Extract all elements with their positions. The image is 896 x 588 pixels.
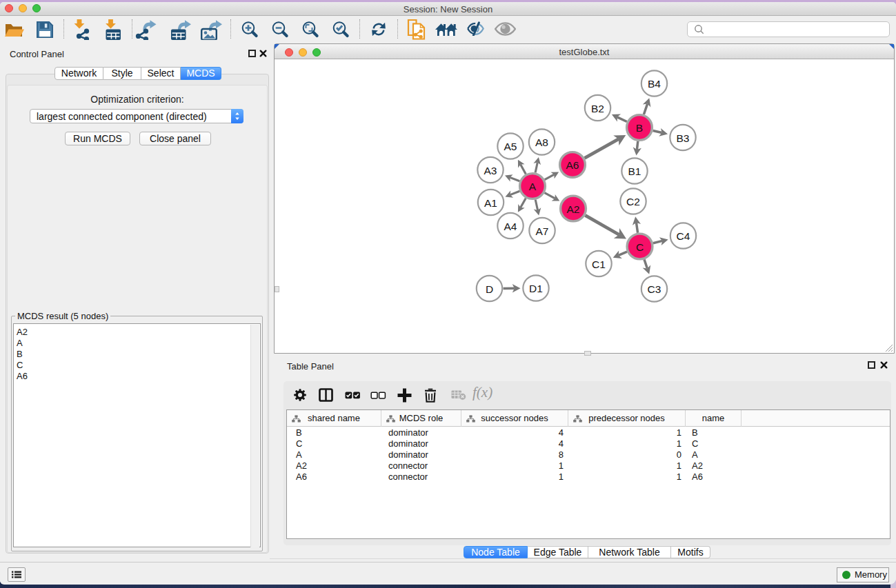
svg-text:A8: A8: [535, 136, 548, 148]
svg-text:C3: C3: [648, 283, 661, 295]
svg-text:C4: C4: [677, 230, 690, 242]
svg-text:A2: A2: [567, 203, 580, 215]
svg-text:A: A: [529, 181, 537, 192]
svg-text:C: C: [636, 241, 644, 253]
svg-text:B: B: [636, 122, 643, 134]
svg-text:B1: B1: [628, 165, 641, 177]
svg-text:B3: B3: [677, 132, 690, 144]
svg-text:C2: C2: [626, 196, 640, 207]
svg-text:B4: B4: [648, 78, 661, 90]
svg-text:B2: B2: [591, 103, 604, 114]
svg-text:A7: A7: [536, 225, 549, 237]
svg-text:D1: D1: [529, 283, 543, 294]
svg-text:C1: C1: [592, 258, 606, 270]
svg-text:A1: A1: [484, 197, 497, 209]
svg-text:A6: A6: [566, 159, 579, 171]
svg-text:D: D: [486, 283, 493, 295]
svg-text:A4: A4: [504, 221, 517, 232]
svg-text:A5: A5: [504, 141, 517, 152]
svg-text:A3: A3: [484, 165, 497, 176]
